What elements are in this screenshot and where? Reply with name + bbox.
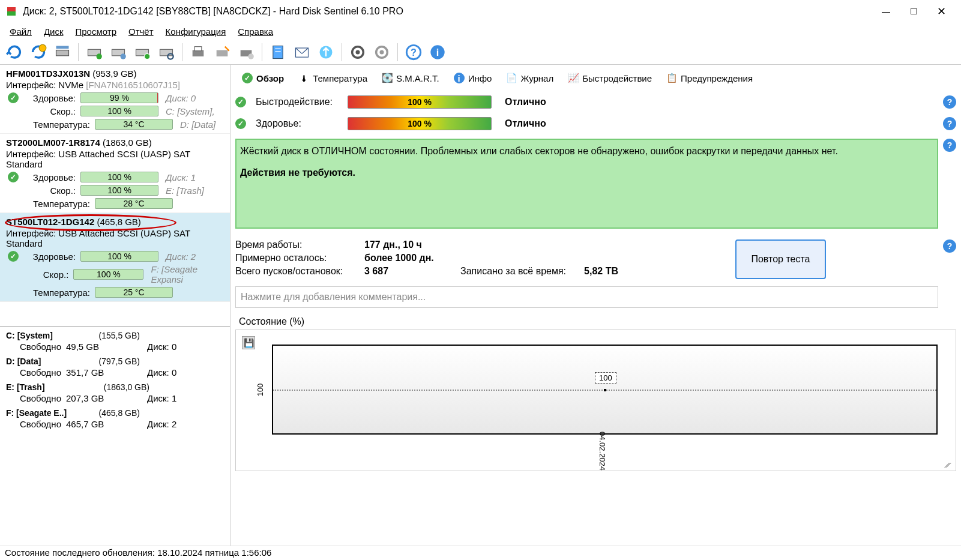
window-titlebar: Диск: 2, ST500LT012-1DG142 [SBY88CTB] [N… bbox=[0, 0, 961, 23]
disk-size: (465,8 GB) bbox=[97, 217, 140, 227]
perf-verdict: Отлично bbox=[505, 97, 546, 107]
health-bar: 100 % bbox=[80, 251, 158, 262]
tab-perf[interactable]: 📈Быстродействие bbox=[561, 68, 658, 87]
uptime-label: Время работы: bbox=[235, 239, 364, 250]
settings2-button[interactable] bbox=[371, 41, 393, 63]
disk-ok-button[interactable] bbox=[131, 41, 153, 63]
ok-icon bbox=[6, 92, 20, 103]
disk-list: HFM001TD3JX013N (953,9 GB) Интерфейс: NV… bbox=[0, 65, 230, 302]
refresh-button[interactable] bbox=[4, 41, 25, 63]
drive-disk: Диск: 2 bbox=[147, 419, 176, 429]
disk-serial: [FNA7N616510607J15] bbox=[86, 80, 180, 90]
free-bar: 351,7 GB bbox=[66, 367, 123, 378]
settings-button[interactable] bbox=[347, 41, 369, 63]
maximize-button[interactable]: ☐ bbox=[900, 2, 927, 21]
menu-report[interactable]: Отчёт bbox=[122, 24, 160, 39]
health-label: Здоровье: bbox=[253, 118, 340, 129]
disk-schedule-button[interactable] bbox=[107, 41, 129, 63]
ok-icon bbox=[6, 251, 20, 262]
repeat-test-button[interactable]: Повтор теста bbox=[735, 239, 825, 279]
tab-log[interactable]: 📄Журнал bbox=[499, 68, 560, 87]
iface-val: NVMe bbox=[58, 80, 83, 90]
help-button[interactable]: ? bbox=[403, 41, 424, 63]
svg-point-10 bbox=[145, 53, 150, 59]
tab-temperature[interactable]: 🌡Температура bbox=[292, 68, 374, 87]
menu-view[interactable]: Просмотр bbox=[70, 24, 123, 39]
remain-label: Примерно осталось: bbox=[235, 253, 364, 263]
tab-overview[interactable]: Обзор bbox=[235, 68, 291, 87]
disk-search-button[interactable] bbox=[155, 41, 177, 63]
svg-rect-1 bbox=[7, 11, 16, 16]
tab-smart[interactable]: 💽S.M.A.R.T. bbox=[375, 68, 446, 87]
disk-item-1[interactable]: ST2000LM007-1R8174 (1863,0 GB) Интерфейс… bbox=[0, 134, 230, 213]
partition-f[interactable]: F: [Seagate E..](465,8 GB) Свободно465,7… bbox=[0, 405, 230, 430]
svg-rect-18 bbox=[273, 46, 283, 58]
health-bar: 100 % bbox=[80, 172, 158, 182]
help-button[interactable]: ? bbox=[943, 117, 956, 130]
menu-disk[interactable]: Диск bbox=[38, 24, 70, 39]
toolbar: ? i bbox=[0, 40, 961, 65]
drive-total: (465,8 GB) bbox=[99, 408, 140, 418]
temp-label: Температура: bbox=[20, 119, 95, 130]
chart-icon: 📈 bbox=[568, 73, 579, 83]
disk-index: Диск: 0 bbox=[166, 93, 196, 103]
status-box: Жёсткий диск в ОТЛИЧНОМ состоянии. Пробл… bbox=[235, 139, 938, 229]
menu-file[interactable]: Файл bbox=[4, 24, 38, 39]
tab-info[interactable]: iИнфо bbox=[447, 68, 499, 87]
help-button[interactable]: ? bbox=[943, 95, 956, 109]
drive-total: (797,5 GB) bbox=[99, 357, 140, 366]
close-button[interactable]: ✕ bbox=[927, 2, 955, 21]
upload-button[interactable] bbox=[315, 41, 337, 63]
partition-d[interactable]: D: [Data](797,5 GB) Свободно351,7 GBДиск… bbox=[0, 353, 230, 379]
refresh-warn-button[interactable] bbox=[28, 41, 49, 63]
drive-total: (1863,0 GB) bbox=[104, 382, 149, 392]
app-icon bbox=[6, 6, 17, 17]
comment-input[interactable]: Нажмите для добавления комментария... bbox=[235, 286, 938, 308]
info-button[interactable]: i bbox=[427, 41, 448, 63]
menu-help[interactable]: Справка bbox=[232, 24, 279, 39]
health-label: Здоровье: bbox=[20, 251, 80, 262]
resize-handle[interactable] bbox=[943, 463, 953, 468]
disk-item-2[interactable]: ST500LT012-1DG142 (465,8 GB) Интерфейс: … bbox=[0, 213, 230, 302]
disk-letters: C: [System], bbox=[166, 106, 215, 116]
partition-e[interactable]: E: [Trash](1863,0 GB) Свободно207,3 GBДи… bbox=[0, 379, 230, 405]
menu-config[interactable]: Конфигурация bbox=[160, 24, 232, 39]
chart-tooltip: 100 bbox=[595, 372, 616, 384]
chart-ylabel: 100 bbox=[256, 383, 265, 396]
disk-model: ST500LT012-1DG142 bbox=[6, 217, 94, 227]
help-button[interactable]: ? bbox=[943, 239, 956, 253]
disk-letters2: D: [Data] bbox=[180, 119, 215, 130]
partition-c[interactable]: C: [System](155,5 GB) Свободно49,5 GBДис… bbox=[0, 327, 230, 353]
alert-icon: 📋 bbox=[666, 73, 677, 83]
help-button[interactable]: ? bbox=[943, 139, 956, 152]
print-disk-button[interactable] bbox=[235, 41, 257, 63]
sidebar: HFM001TD3JX013N (953,9 GB) Интерфейс: NV… bbox=[0, 65, 230, 546]
drive-total: (155,5 GB) bbox=[99, 331, 140, 340]
svg-rect-4 bbox=[56, 46, 69, 49]
email-button[interactable] bbox=[291, 41, 313, 63]
action-text: Действия не требуются. bbox=[240, 167, 933, 178]
log-icon: 📄 bbox=[506, 73, 517, 83]
perf-bar: 100 % bbox=[80, 106, 158, 116]
free-bar: 49,5 GB bbox=[66, 342, 123, 352]
svg-rect-15 bbox=[217, 50, 228, 56]
tab-alert[interactable]: 📋Предупреждения bbox=[660, 68, 759, 87]
disk-index: Диск: 1 bbox=[166, 172, 196, 182]
starts-value: 3 687 bbox=[364, 266, 388, 277]
print-button[interactable] bbox=[187, 41, 209, 63]
uptime-value: 177 дн., 10 ч bbox=[364, 239, 422, 250]
disk-letters: E: [Trash] bbox=[166, 185, 204, 196]
disk-item-0[interactable]: HFM001TD3JX013N (953,9 GB) Интерфейс: NV… bbox=[0, 65, 230, 134]
print-setup-button[interactable] bbox=[211, 41, 233, 63]
drive-disk: Диск: 0 bbox=[147, 367, 176, 378]
written-label: Записано за всё время: bbox=[460, 266, 566, 277]
minimize-button[interactable]: — bbox=[872, 2, 900, 21]
iface-label: Интерфейс: bbox=[6, 228, 56, 238]
disk-panel-button[interactable] bbox=[52, 41, 73, 63]
save-chart-button[interactable]: 💾 bbox=[242, 336, 255, 349]
disk-icon: 💽 bbox=[382, 73, 393, 83]
drive-label: C: [System] bbox=[6, 331, 53, 340]
report-button[interactable] bbox=[267, 41, 289, 63]
disk-test-button[interactable] bbox=[83, 41, 105, 63]
svg-point-24 bbox=[356, 50, 360, 54]
